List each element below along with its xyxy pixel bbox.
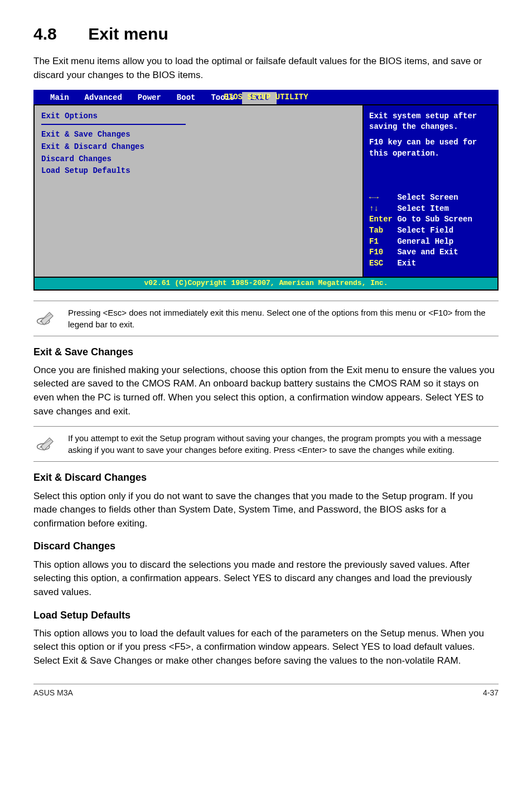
note-save: If you attempt to exit the Setup program… xyxy=(33,426,499,462)
bios-opt-exit-discard[interactable]: Exit & Discard Changes xyxy=(41,142,356,153)
bios-exit-options-heading: Exit Options xyxy=(41,111,356,122)
bios-tab-power[interactable]: Power xyxy=(130,92,169,104)
bios-opt-load-defaults[interactable]: Load Setup Defaults xyxy=(41,166,356,177)
help-text: Save and Exit xyxy=(397,248,458,257)
bios-right-desc2: F10 key can be used for this operation. xyxy=(369,137,492,159)
bios-help-row: ESC Exit xyxy=(369,258,492,269)
body-save: Once you are finished making your select… xyxy=(33,364,499,419)
help-text: Exit xyxy=(397,259,416,268)
heading-discard: Exit & Discard Changes xyxy=(33,471,499,485)
key-label: F10 xyxy=(369,248,383,257)
bios-help-row: F1 General Help xyxy=(369,236,492,248)
heading-save: Exit & Save Changes xyxy=(33,345,499,359)
bios-title-bar: BIOS SETUP UTILITY Main Advanced Power B… xyxy=(33,90,499,104)
intro-paragraph: The Exit menu items allow you to load th… xyxy=(33,55,499,82)
bios-tab-tools[interactable]: Tools xyxy=(203,92,242,104)
help-text: General Help xyxy=(397,237,453,246)
key-label: ESC xyxy=(369,259,383,268)
bios-right-desc1: Exit system setup after saving the chang… xyxy=(369,111,492,133)
body-discard: Select this option only if you do not wa… xyxy=(33,490,499,531)
help-text: Select Field xyxy=(397,226,453,235)
bios-screenshot: BIOS SETUP UTILITY Main Advanced Power B… xyxy=(33,90,499,290)
body-defaults: This option allows you to load the defau… xyxy=(33,627,499,668)
body-discard-only: This option allows you to discard the se… xyxy=(33,558,499,600)
bios-help-row: ←→ Select Screen xyxy=(369,192,492,204)
section-number: 4.8 xyxy=(33,22,84,46)
bios-help-row: Enter Go to Sub Screen xyxy=(369,214,492,225)
section-title: Exit menu xyxy=(88,25,168,43)
arrows-ud-icon: ↑↓ xyxy=(369,204,379,213)
pencil-note-icon xyxy=(36,307,58,327)
spacer xyxy=(369,159,492,192)
footer-left: ASUS M3A xyxy=(33,688,73,699)
heading-discard-only: Discard Changes xyxy=(33,539,499,553)
bios-footer: v02.61 (C)Copyright 1985-2007, American … xyxy=(33,278,499,290)
key-label: Tab xyxy=(369,226,383,235)
bios-opt-discard[interactable]: Discard Changes xyxy=(41,154,356,165)
key-label: Enter xyxy=(369,215,393,224)
bios-divider xyxy=(41,124,186,125)
bios-help-block: ←→ Select Screen ↑↓ Select Item Enter Go… xyxy=(369,192,492,269)
note-text: If you attempt to exit the Setup program… xyxy=(68,432,496,456)
help-text: Go to Sub Screen xyxy=(397,215,472,224)
bios-left-panel: Exit Options Exit & Save Changes Exit & … xyxy=(35,105,364,277)
note-esc: Pressing <Esc> does not immediately exit… xyxy=(33,301,499,336)
note-text: Pressing <Esc> does not immediately exit… xyxy=(68,307,496,330)
bios-right-panel: Exit system setup after saving the chang… xyxy=(364,105,497,277)
page-heading: 4.8 Exit menu xyxy=(33,22,499,46)
bios-help-row: F10 Save and Exit xyxy=(369,247,492,258)
bios-opt-exit-save[interactable]: Exit & Save Changes xyxy=(41,129,356,141)
footer-right: 4-37 xyxy=(483,688,499,699)
bios-tab-boot[interactable]: Boot xyxy=(169,92,204,104)
bios-help-row: ↑↓ Select Item xyxy=(369,204,492,215)
bios-body: Exit Options Exit & Save Changes Exit & … xyxy=(33,104,499,278)
page-footer: ASUS M3A 4-37 xyxy=(33,684,499,699)
heading-defaults: Load Setup Defaults xyxy=(33,608,499,622)
arrows-lr-icon: ←→ xyxy=(369,193,379,202)
bios-tab-exit[interactable]: Exit xyxy=(242,92,277,104)
bios-tab-main[interactable]: Main xyxy=(42,92,77,104)
bios-tab-advanced[interactable]: Advanced xyxy=(77,92,130,104)
help-text: Select Item xyxy=(397,204,448,213)
bios-help-row: Tab Select Field xyxy=(369,225,492,236)
spacer xyxy=(369,133,492,137)
pencil-note-icon xyxy=(36,432,58,452)
help-text: Select Screen xyxy=(397,193,458,202)
bios-tabs: Main Advanced Power Boot Tools Exit xyxy=(35,92,277,104)
key-label: F1 xyxy=(369,237,379,246)
